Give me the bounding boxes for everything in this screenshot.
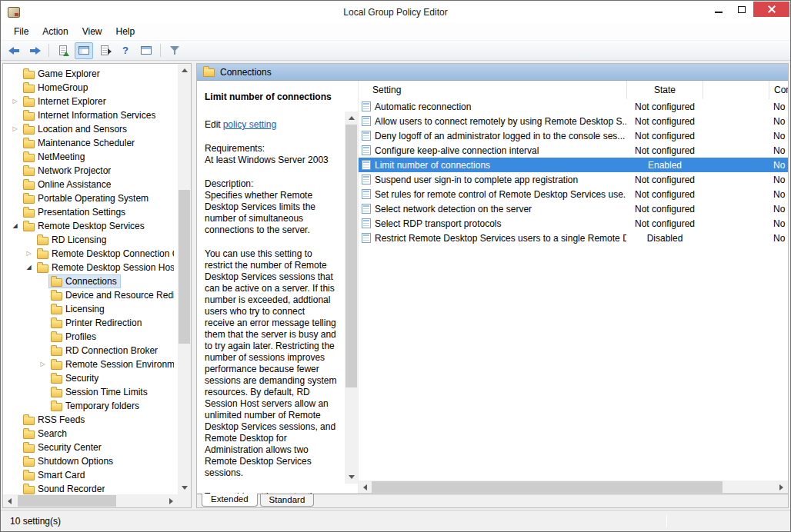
expand-collapsed-icon[interactable]	[37, 357, 48, 371]
tree-item-iis[interactable]: Internet Information Services	[3, 108, 178, 122]
tree-item-game-explorer[interactable]: Game Explorer	[3, 67, 178, 81]
tree-item-rd-connection-broker[interactable]: RD Connection Broker	[3, 344, 178, 357]
tree-item-homegroup[interactable]: HomeGroup	[3, 81, 178, 95]
tree-item-security-center[interactable]: Security Center	[3, 441, 178, 454]
show-hide-console-tree-button[interactable]	[75, 42, 93, 59]
title-bar[interactable]: Local Group Policy Editor	[1, 1, 790, 23]
folder-icon	[51, 320, 62, 328]
scrollbar-thumb[interactable]	[345, 125, 357, 387]
column-header-setting[interactable]: Setting	[359, 81, 626, 99]
tree-item-label: Remote Desktop Session Host	[52, 262, 174, 273]
table-row[interactable]: Allow users to connect remotely by using…	[359, 114, 788, 128]
close-icon	[767, 5, 776, 14]
menu-file[interactable]: File	[7, 25, 35, 38]
table-row[interactable]: Configure keep-alive connection interval…	[359, 143, 788, 158]
maximize-button[interactable]	[730, 2, 753, 17]
export-list-button[interactable]	[95, 42, 114, 59]
view-tabs: Extended Standard	[197, 494, 788, 507]
list-horizontal-scrollbar[interactable]	[359, 480, 788, 494]
expand-collapsed-icon[interactable]	[9, 95, 21, 108]
tree-item-remote-session-environment[interactable]: Remote Session Environme	[3, 357, 178, 371]
scroll-left-button[interactable]	[3, 494, 16, 507]
scrollbar-thumb[interactable]	[372, 481, 723, 493]
tree-item-portable-operating-system[interactable]: Portable Operating System	[3, 191, 178, 205]
table-row[interactable]: Suspend user sign-in to complete app reg…	[359, 172, 788, 187]
list-header: Setting State Comment	[359, 81, 788, 99]
tree-item-network-projector[interactable]: Network Projector	[3, 164, 178, 178]
setting-name: Limit number of connections	[375, 160, 490, 171]
show-hide-action-pane-button[interactable]	[137, 42, 155, 59]
table-row-selected[interactable]: Limit number of connectionsEnabledNo	[359, 158, 788, 172]
tree-item-temporary-folders[interactable]: Temporary folders	[3, 399, 178, 413]
setting-comment: No	[769, 160, 788, 171]
filter-button[interactable]	[165, 42, 184, 59]
tree-item-profiles[interactable]: Profiles	[3, 330, 178, 344]
tree-item-rss-feeds[interactable]: RSS Feeds	[3, 413, 178, 427]
close-button[interactable]	[753, 2, 789, 17]
tab-extended[interactable]: Extended	[202, 494, 258, 507]
tree-item-netmeeting[interactable]: NetMeeting	[3, 150, 178, 164]
action-pane-icon	[141, 46, 152, 55]
tree-item-connections[interactable]: Connections	[3, 274, 178, 288]
menu-view[interactable]: View	[75, 25, 109, 38]
table-row[interactable]: Select RDP transport protocolsNot config…	[359, 216, 788, 231]
tree-item-session-time-limits[interactable]: Session Time Limits	[3, 385, 178, 399]
scroll-up-button[interactable]	[345, 111, 358, 125]
tree-item-licensing[interactable]: Licensing	[3, 302, 178, 316]
setting-name: Suspend user sign-in to complete app reg…	[375, 175, 578, 185]
policy-setting-link[interactable]: policy setting	[223, 119, 276, 130]
scroll-up-button[interactable]	[178, 64, 191, 77]
maximize-icon	[738, 6, 746, 13]
tree-item-location-and-sensors[interactable]: Location and Sensors	[3, 122, 178, 136]
tree-horizontal-scrollbar[interactable]	[3, 494, 178, 507]
tree-item-remote-desktop-session-host[interactable]: Remote Desktop Session Host	[3, 261, 178, 274]
column-header-state[interactable]: State	[626, 81, 703, 99]
folder-icon	[23, 98, 35, 107]
tree-vertical-scrollbar[interactable]	[178, 64, 191, 494]
tree-item-presentation-settings[interactable]: Presentation Settings	[3, 205, 178, 219]
expand-collapsed-icon[interactable]	[9, 122, 21, 136]
tree-item-printer-redirection[interactable]: Printer Redirection	[3, 316, 178, 330]
tree-item-remote-desktop-connection-client[interactable]: Remote Desktop Connection C	[3, 247, 178, 261]
scroll-left-button[interactable]	[359, 480, 372, 494]
menu-help[interactable]: Help	[109, 25, 142, 38]
tree-item-rd-licensing[interactable]: RD Licensing	[3, 233, 178, 247]
tree-item-shutdown-options[interactable]: Shutdown Options	[3, 454, 178, 468]
forward-button[interactable]	[25, 42, 44, 59]
menu-action[interactable]: Action	[35, 25, 75, 38]
up-one-level-button[interactable]	[54, 42, 72, 59]
scrollbar-thumb[interactable]	[18, 495, 116, 507]
table-row[interactable]: Deny logoff of an administrator logged i…	[359, 128, 788, 143]
tree-item-security[interactable]: Security	[3, 371, 178, 385]
tree-item-internet-explorer[interactable]: Internet Explorer	[3, 95, 178, 108]
tree-item-label: Network Projector	[38, 165, 111, 176]
scroll-down-button[interactable]	[345, 470, 358, 484]
back-button[interactable]	[5, 42, 23, 59]
table-row[interactable]: Restrict Remote Desktop Services users t…	[359, 231, 788, 245]
help-icon: ?	[122, 45, 128, 55]
setting-state: Disabled	[626, 233, 703, 244]
scroll-right-button[interactable]	[775, 480, 788, 494]
description-block: Description: Specifies whether Remote De…	[205, 178, 337, 236]
scroll-down-button[interactable]	[178, 481, 191, 494]
tree-item-search[interactable]: Search	[3, 427, 178, 441]
scroll-right-button[interactable]	[165, 494, 178, 507]
expand-expanded-icon[interactable]	[23, 261, 35, 274]
tree-item-online-assistance[interactable]: Online Assistance	[3, 178, 178, 191]
tree-item-smart-card[interactable]: Smart Card	[3, 468, 178, 482]
minimize-button[interactable]	[707, 2, 730, 17]
help-button[interactable]: ?	[116, 42, 135, 59]
tree-item-label: Portable Operating System	[38, 193, 149, 204]
column-header-comment[interactable]: Comment	[769, 81, 788, 99]
tree-item-device-and-resource-redirection[interactable]: Device and Resource Redire	[3, 288, 178, 302]
scrollbar-thumb[interactable]	[179, 190, 190, 344]
tab-standard[interactable]: Standard	[260, 494, 315, 507]
expand-collapsed-icon[interactable]	[23, 247, 35, 261]
table-row[interactable]: Select network detection on the serverNo…	[359, 201, 788, 216]
description-scrollbar[interactable]	[345, 81, 358, 494]
tree-item-remote-desktop-services[interactable]: Remote Desktop Services	[3, 219, 178, 233]
table-row[interactable]: Set rules for remote control of Remote D…	[359, 187, 788, 201]
table-row[interactable]: Automatic reconnectionNot configuredNo	[359, 99, 788, 114]
tree-item-maintenance-scheduler[interactable]: Maintenance Scheduler	[3, 136, 178, 150]
expand-expanded-icon[interactable]	[9, 219, 21, 233]
